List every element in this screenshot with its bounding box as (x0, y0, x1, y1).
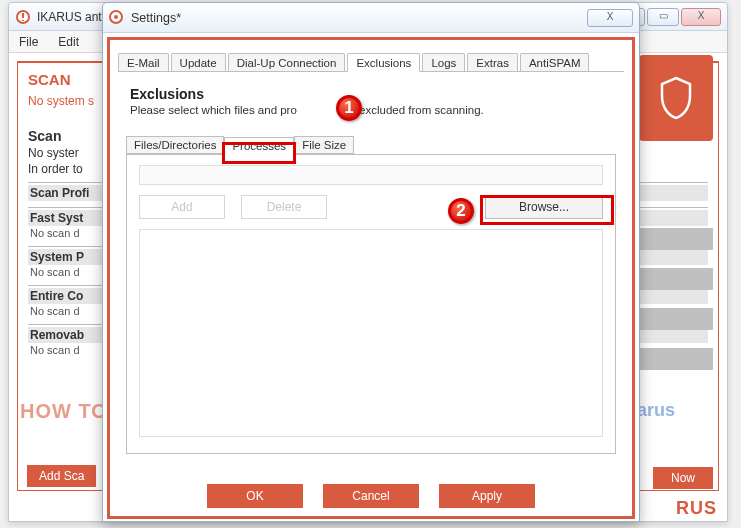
grey-slot-4 (639, 348, 713, 370)
tab-logs[interactable]: Logs (422, 53, 465, 71)
tab-exclusions[interactable]: Exclusions (347, 53, 420, 72)
exclusions-desc-a: Please select which files and pro (130, 104, 297, 116)
close-button[interactable]: X (681, 8, 721, 26)
add-button[interactable]: Add (139, 195, 225, 219)
menu-edit[interactable]: Edit (48, 33, 89, 51)
dialog-footer: OK Cancel Apply (110, 484, 632, 508)
exclusions-subtabs: Files/Directories Processes File Size (126, 136, 624, 154)
callout-1: 1 (336, 95, 362, 121)
subtab-filesize[interactable]: File Size (294, 136, 354, 154)
main-title: IKARUS anti. (37, 10, 108, 24)
grey-slot-3 (639, 308, 713, 330)
dialog-close-button[interactable]: X (587, 9, 633, 27)
process-path-input[interactable] (139, 165, 603, 185)
settings-tabstrip: E-Mail Update Dial-Up Connection Exclusi… (118, 48, 624, 72)
subtab-files[interactable]: Files/Directories (126, 136, 224, 154)
tab-email[interactable]: E-Mail (118, 53, 169, 71)
shield-badge (639, 55, 713, 141)
tab-update[interactable]: Update (171, 53, 226, 71)
annotation-box-browse (480, 195, 614, 225)
maximize-button[interactable]: ▭ (647, 8, 679, 26)
settings-icon (109, 10, 125, 26)
process-list[interactable] (139, 229, 603, 437)
cancel-button[interactable]: Cancel (323, 484, 419, 508)
menu-file[interactable]: File (9, 33, 48, 51)
exclusions-desc: Please select which files and pro are ex… (130, 104, 624, 116)
apply-button[interactable]: Apply (439, 484, 535, 508)
svg-point-2 (114, 15, 118, 19)
ok-button[interactable]: OK (207, 484, 303, 508)
settings-dialog: Settings* X E-Mail Update Dial-Up Connec… (102, 2, 640, 522)
callout-2: 2 (448, 198, 474, 224)
annotation-box-processes (222, 142, 296, 164)
scan-now-button[interactable]: Now (653, 467, 713, 489)
add-scan-button[interactable]: Add Sca (27, 465, 96, 487)
dialog-title: Settings* (131, 11, 181, 25)
exclusions-title: Exclusions (130, 86, 624, 102)
grey-slot-2 (639, 268, 713, 290)
brand-logo-text: RUS (676, 498, 717, 519)
tab-extras[interactable]: Extras (467, 53, 518, 71)
dialog-body: E-Mail Update Dial-Up Connection Exclusi… (107, 37, 635, 519)
grey-slot-1 (639, 228, 713, 250)
app-icon (15, 9, 31, 25)
delete-button[interactable]: Delete (241, 195, 327, 219)
dialog-titlebar: Settings* X (103, 3, 639, 33)
tab-antispam[interactable]: AntiSPAM (520, 53, 590, 71)
tab-dialup[interactable]: Dial-Up Connection (228, 53, 346, 71)
